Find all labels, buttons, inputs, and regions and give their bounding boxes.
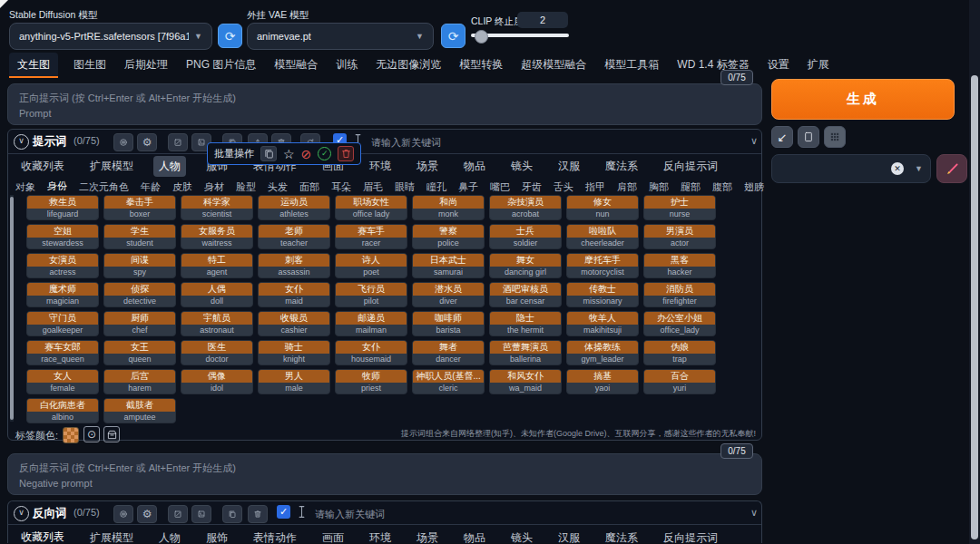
tag-button[interactable]: 学生student [103, 224, 176, 249]
apply-styles-button[interactable] [936, 154, 967, 183]
tag-button[interactable]: 邮递员mailman [335, 311, 407, 336]
trash-icon[interactable] [338, 146, 354, 161]
grid-icon[interactable] [824, 126, 846, 148]
edit-icon[interactable] [168, 505, 188, 523]
tag-scrollbar-thumb[interactable] [10, 197, 14, 420]
tag-button[interactable]: 牧师priest [335, 369, 407, 394]
category-tab-魔法系[interactable]: 魔法系 [600, 156, 643, 177]
tag-button[interactable]: 牧羊人makihitsuji [566, 311, 639, 336]
tag-button[interactable]: 伪娘trap [643, 340, 716, 365]
tag-button[interactable]: 赛车女郎race_queen [26, 340, 99, 365]
tag-button[interactable]: 男人male [258, 369, 330, 394]
tag-button[interactable]: 传教士missionary [566, 282, 639, 307]
category-tab-环境[interactable]: 环境 [364, 528, 397, 544]
tag-button[interactable]: 运动员athletes [258, 195, 330, 220]
tag-button[interactable]: 女仆maid [258, 282, 330, 307]
tag-button[interactable]: 女仆housemaid [335, 340, 407, 365]
new-keyword-checkbox[interactable]: ✓ [277, 505, 290, 519]
main-tab-模型融合[interactable]: 模型融合 [271, 53, 320, 78]
category-tab-物品[interactable]: 物品 [458, 528, 491, 544]
tag-button[interactable]: 修女nun [566, 195, 639, 220]
category-tab-收藏列表[interactable]: 收藏列表 [15, 156, 70, 177]
category-tab-表情动作[interactable]: 表情动作 [248, 528, 302, 544]
tag-button[interactable]: 消防员firefighter [643, 282, 716, 307]
page-icon[interactable] [798, 126, 819, 148]
star-icon[interactable]: ☆ [283, 148, 295, 160]
category-tab-物品[interactable]: 物品 [458, 156, 491, 177]
tag-button[interactable]: 截肢者amputee [103, 398, 176, 423]
main-tab-文生图[interactable]: 文生图 [9, 53, 58, 78]
copy-icon[interactable] [260, 146, 277, 161]
subcategory-tab-身材[interactable]: 身材 [204, 179, 224, 196]
tag-button[interactable]: 空姐stewardess [26, 224, 99, 249]
tag-button[interactable]: 救生员lifeguard [26, 195, 99, 220]
tag-button[interactable]: 黑客hacker [643, 253, 716, 278]
vae-select[interactable]: animevae.pt ▼ [247, 23, 434, 50]
gear-icon[interactable]: ⚙ [137, 133, 157, 151]
subcategory-tab-眉毛[interactable]: 眉毛 [363, 179, 383, 196]
tag-button[interactable]: 骑士knight [258, 340, 330, 365]
tag-button[interactable]: 医生doctor [181, 340, 253, 365]
tag-button[interactable]: 特工agent [181, 253, 253, 278]
tag-button[interactable]: 潜水员diver [412, 282, 485, 307]
ban-icon[interactable]: ⊘ [301, 148, 312, 160]
subcategory-tab-头发[interactable]: 头发 [268, 179, 288, 196]
color-target-icon[interactable]: ⊙ [83, 426, 100, 442]
refresh-model-button[interactable]: ⟳ [218, 24, 242, 48]
tag-button[interactable]: 咖啡师barista [412, 311, 485, 336]
tag-button[interactable]: 守门员goalkeeper [26, 311, 99, 336]
subcategory-tab-脸型[interactable]: 脸型 [236, 179, 256, 196]
tag-button[interactable]: 士兵soldier [489, 224, 562, 249]
subcategory-tab-翅膀[interactable]: 翅膀 [744, 179, 764, 196]
tag-button[interactable]: 女王queen [103, 340, 176, 365]
collapse-chevron-icon[interactable]: ∨ [750, 507, 758, 519]
generate-button[interactable]: 生成 [771, 79, 955, 120]
tag-button[interactable]: 舞者dancer [412, 340, 485, 365]
tag-button[interactable]: 摩托车手motorcyclist [566, 253, 639, 278]
tag-button[interactable]: 拳击手boxer [103, 195, 176, 220]
subcategory-tab-胸部[interactable]: 胸部 [649, 179, 669, 196]
tag-button[interactable]: 神职人员(基督...cleric [412, 369, 485, 394]
prompt-textarea[interactable]: 正向提示词 (按 Ctrl+Enter 或 Alt+Enter 开始生成) Pr… [7, 83, 762, 125]
subcategory-tab-二次元角色[interactable]: 二次元角色 [79, 179, 129, 196]
category-tab-汉服[interactable]: 汉服 [553, 528, 585, 544]
subcategory-tab-肩部[interactable]: 肩部 [617, 179, 637, 196]
main-tab-后期处理[interactable]: 后期处理 [122, 53, 171, 78]
category-tab-扩展模型[interactable]: 扩展模型 [84, 528, 139, 544]
tag-button[interactable]: 偶像idol [181, 369, 253, 394]
refresh-vae-button[interactable]: ⟳ [441, 24, 466, 48]
clip-skip-value[interactable]: 2 [517, 12, 568, 28]
collapse-section-icon[interactable]: ∨ [14, 506, 29, 521]
category-tab-魔法系[interactable]: 魔法系 [600, 528, 643, 544]
category-tab-服饰[interactable]: 服饰 [201, 528, 233, 544]
category-tab-场景[interactable]: 场景 [411, 528, 444, 544]
subcategory-tab-鼻子[interactable]: 鼻子 [458, 179, 478, 196]
send-arrow-icon[interactable]: ↙ [771, 126, 793, 148]
category-tab-环境[interactable]: 环境 [364, 156, 397, 177]
tag-button[interactable]: 老师teacher [258, 224, 330, 249]
tag-button[interactable]: 男演员actor [643, 224, 716, 249]
menu-icon[interactable] [113, 505, 133, 523]
category-tab-镜头[interactable]: 镜头 [505, 156, 538, 177]
tag-button[interactable]: 体操教练gym_leader [566, 340, 639, 365]
category-tab-镜头[interactable]: 镜头 [505, 528, 538, 544]
category-tab-反向提示词[interactable]: 反向提示词 [658, 156, 723, 177]
main-tab-无边图像浏览[interactable]: 无边图像浏览 [373, 53, 444, 78]
image-icon[interactable] [191, 505, 211, 523]
tag-button[interactable]: 厨师chef [103, 311, 176, 336]
main-tab-扩展[interactable]: 扩展 [805, 53, 832, 78]
gear-icon[interactable]: ⚙ [137, 505, 157, 523]
subcategory-tab-瞳孔[interactable]: 瞳孔 [426, 179, 446, 196]
subcategory-tab-耳朵[interactable]: 耳朵 [331, 179, 351, 196]
save-color-icon[interactable] [103, 426, 120, 442]
tag-button[interactable]: 女人female [26, 369, 99, 394]
subcategory-tab-皮肤[interactable]: 皮肤 [172, 179, 192, 196]
tag-button[interactable]: 诗人poet [335, 253, 407, 278]
tag-button[interactable]: 警察police [412, 224, 485, 249]
tag-button[interactable]: 舞女dancing girl [489, 253, 562, 278]
check-circle-icon[interactable]: ✓ [318, 147, 331, 160]
sd-model-select[interactable]: anything-v5-PrtRE.safetensors [7f96a1a9c… [9, 23, 212, 50]
tag-button[interactable]: 刺客assassin [258, 253, 330, 278]
main-tab-PNG 图片信息[interactable]: PNG 图片信息 [183, 53, 259, 78]
category-tab-人物[interactable]: 人物 [153, 156, 186, 177]
